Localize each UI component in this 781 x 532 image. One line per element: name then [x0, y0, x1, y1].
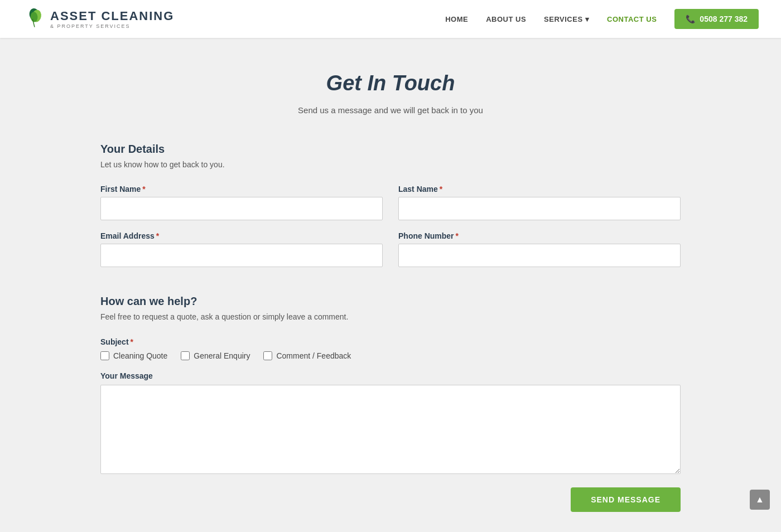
nav-about[interactable]: ABOUT US: [486, 15, 526, 23]
required-star: *: [131, 337, 133, 346]
last-name-label: Last Name*: [398, 185, 681, 194]
help-section-desc: Feel free to request a quote, ask a ques…: [100, 312, 681, 321]
general-enquiry-option[interactable]: General Enquiry: [181, 351, 250, 360]
send-message-button[interactable]: SEND MESSAGE: [571, 487, 681, 512]
header: ASSET CLEANING & PROPERTY SERVICES HOME …: [0, 0, 781, 38]
first-name-group: First Name*: [100, 185, 383, 220]
first-name-label: First Name*: [100, 185, 383, 194]
email-input[interactable]: [100, 244, 383, 267]
cleaning-quote-option[interactable]: Cleaning Quote: [100, 351, 167, 360]
email-group: Email Address*: [100, 231, 383, 267]
message-group: Your Message: [100, 371, 681, 476]
nav-contact[interactable]: CONTACT US: [607, 15, 657, 23]
cleaning-quote-checkbox[interactable]: [100, 351, 109, 360]
message-textarea[interactable]: [100, 385, 681, 474]
name-row: First Name* Last Name*: [100, 185, 681, 220]
your-details-title: Your Details: [100, 143, 681, 156]
required-star: *: [156, 231, 159, 240]
logo-icon: [25, 8, 45, 30]
phone-input[interactable]: [398, 244, 681, 267]
logo-tagline: & PROPERTY SERVICES: [50, 23, 174, 29]
last-name-group: Last Name*: [398, 185, 681, 220]
send-button-row: SEND MESSAGE: [100, 487, 681, 512]
your-details-section: Your Details Let us know how to get back…: [100, 143, 681, 267]
subject-label: Subject*: [100, 337, 133, 346]
logo: ASSET CLEANING & PROPERTY SERVICES: [22, 8, 174, 30]
help-section-title: How can we help?: [100, 295, 681, 308]
required-star: *: [456, 231, 459, 240]
subject-group: Subject* Cleaning Quote General Enquiry …: [100, 337, 681, 360]
logo-brand-name: ASSET CLEANING: [50, 9, 174, 23]
scroll-to-top-button[interactable]: ▲: [750, 490, 770, 510]
general-enquiry-checkbox[interactable]: [181, 351, 190, 360]
how-can-we-help-section: How can we help? Feel free to request a …: [100, 295, 681, 476]
message-label: Your Message: [100, 371, 681, 380]
chevron-down-icon: ▾: [585, 15, 590, 23]
last-name-input[interactable]: [398, 197, 681, 220]
first-name-input[interactable]: [100, 197, 383, 220]
comment-feedback-option[interactable]: Comment / Feedback: [263, 351, 351, 360]
phone-group: Phone Number*: [398, 231, 681, 267]
nav-home[interactable]: HOME: [445, 15, 468, 23]
chevron-up-icon: ▲: [755, 495, 764, 505]
navigation: HOME ABOUT US SERVICES ▾ CONTACT US 📞 05…: [445, 9, 759, 29]
nav-services[interactable]: SERVICES ▾: [544, 15, 589, 23]
phone-label: Phone Number*: [398, 231, 681, 240]
subject-checkboxes: Cleaning Quote General Enquiry Comment /…: [100, 351, 681, 360]
page-subtitle: Send us a message and we will get back i…: [100, 105, 681, 115]
required-star: *: [440, 185, 442, 194]
your-details-desc: Let us know how to get back to you.: [100, 160, 681, 169]
phone-button[interactable]: 📞 0508 277 382: [674, 9, 759, 29]
email-label: Email Address*: [100, 231, 383, 240]
main-content: Get In Touch Send us a message and we wi…: [0, 38, 781, 532]
comment-feedback-checkbox[interactable]: [263, 351, 272, 360]
contact-row: Email Address* Phone Number*: [100, 231, 681, 267]
required-star: *: [142, 185, 145, 194]
phone-icon: 📞: [686, 14, 695, 23]
section-spacer: [100, 278, 681, 295]
logo-text: ASSET CLEANING & PROPERTY SERVICES: [50, 9, 174, 29]
page-title: Get In Touch: [100, 71, 681, 95]
